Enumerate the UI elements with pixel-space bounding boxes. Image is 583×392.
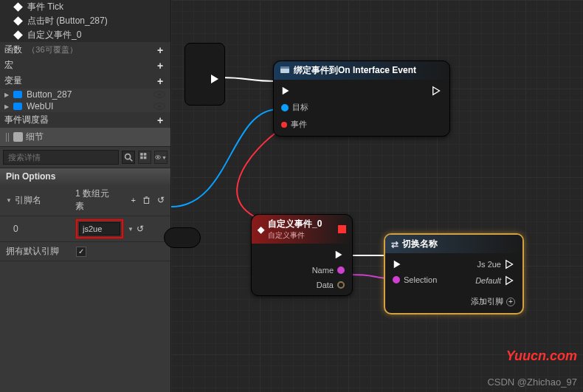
details-icon: [13, 132, 23, 142]
function-icon: [280, 64, 290, 77]
watermark-csdn: CSDN @Zhichao_97: [487, 376, 577, 388]
exec-out-pin[interactable]: [334, 250, 345, 260]
svg-point-3: [158, 105, 162, 109]
var-button287[interactable]: ▶ Button_287: [0, 89, 170, 100]
pin-name-row: ▼ 引脚名 1 数组元素 + ↺: [0, 185, 170, 216]
details-toolbar: ▼: [0, 147, 170, 168]
grip-icon: [6, 133, 10, 142]
node-header[interactable]: 绑定事件到On Interface Event: [274, 61, 449, 80]
event-pin[interactable]: 事件: [281, 119, 308, 130]
macros-header[interactable]: 宏 +: [0, 58, 170, 73]
variables-header[interactable]: 变量 +: [0, 73, 170, 89]
highlighted-input-box: [76, 219, 123, 238]
pin-value-row: 0 ▼ ↺: [0, 216, 170, 242]
add-variable-button[interactable]: +: [154, 75, 166, 87]
clear-button[interactable]: [141, 195, 151, 205]
visibility-icon[interactable]: [153, 101, 166, 111]
dispatchers-header[interactable]: 事件调度器 +: [0, 112, 170, 128]
search-input[interactable]: [3, 150, 119, 165]
exec-in-pin[interactable]: [393, 259, 437, 269]
wires: [171, 0, 583, 392]
bind-event-node[interactable]: 绑定事件到On Interface Event 目标 事件: [273, 61, 450, 137]
selection-pin[interactable]: Selection: [393, 275, 437, 284]
details-tab[interactable]: 细节: [0, 128, 170, 147]
exec-out-pin[interactable]: [432, 86, 442, 96]
var-webui[interactable]: ▶ WebUI: [0, 100, 170, 112]
add-dispatcher-button[interactable]: +: [154, 114, 166, 126]
case-js2ue-pin[interactable]: Js 2ue: [477, 259, 515, 269]
search-icon[interactable]: [122, 151, 135, 164]
has-default-checkbox[interactable]: ✓: [76, 247, 86, 257]
add-pin-button[interactable]: 添加引脚 +: [471, 292, 515, 307]
svg-rect-8: [140, 157, 143, 159]
data-out-pin[interactable]: Data: [317, 281, 345, 289]
eye-dropdown-icon[interactable]: ▼: [154, 151, 168, 164]
tree-item-custom-event[interactable]: 自定义事件_0: [0, 28, 170, 42]
visibility-icon[interactable]: [153, 89, 166, 100]
graph-canvas[interactable]: 绑定事件到On Interface Event 目标 事件: [171, 0, 583, 392]
pin-options-header[interactable]: Pin Options: [0, 168, 170, 185]
svg-rect-16: [280, 66, 289, 69]
tree-item-click[interactable]: 点击时 (Button_287): [0, 14, 170, 28]
switch-name-node[interactable]: ⇄ 切换名称 Selection Js 2ue Default: [384, 233, 524, 314]
switch-icon: ⇄: [391, 239, 399, 250]
var-type-icon: [13, 91, 22, 98]
tree-item-tick[interactable]: 事件 Tick: [0, 0, 170, 14]
node-header[interactable]: ⇄ 切换名称: [385, 235, 522, 253]
var-type-icon: [13, 103, 22, 110]
expand-icon[interactable]: ▼: [6, 197, 12, 204]
svg-rect-9: [144, 157, 147, 159]
name-out-pin[interactable]: Name: [312, 266, 345, 275]
node-header[interactable]: ◆ 自定义事件_0 自定义事件: [252, 215, 352, 244]
entry-node[interactable]: [184, 43, 225, 106]
svg-line-5: [130, 159, 133, 162]
svg-rect-12: [144, 198, 148, 203]
default-pin[interactable]: Default: [475, 275, 515, 286]
add-macro-button[interactable]: +: [154, 60, 166, 72]
custom-event-node[interactable]: ◆ 自定义事件_0 自定义事件 Name Data: [251, 214, 353, 296]
event-icon: ◆: [258, 224, 264, 235]
watermark-yuucn: Yuucn.com: [506, 348, 577, 364]
svg-point-11: [157, 157, 159, 158]
dropdown-icon[interactable]: ▼: [128, 226, 134, 233]
target-pin[interactable]: 目标: [281, 102, 308, 113]
has-default-row: 拥有默认引脚 ✓: [0, 242, 170, 261]
add-function-button[interactable]: +: [154, 44, 166, 56]
svg-rect-6: [140, 153, 143, 156]
functions-header[interactable]: 函数 （36可覆盖） +: [0, 42, 170, 58]
event-icon: [13, 30, 23, 40]
exec-in-pin[interactable]: [281, 86, 308, 96]
delegate-out-pin[interactable]: [338, 225, 346, 233]
svg-point-1: [158, 93, 162, 97]
event-icon: [13, 2, 23, 12]
pin-name-input[interactable]: [79, 222, 120, 235]
blueprint-tree: 事件 Tick 点击时 (Button_287) 自定义事件_0: [0, 0, 170, 42]
svg-rect-7: [144, 153, 147, 156]
left-panel: 事件 Tick 点击时 (Button_287) 自定义事件_0 函数 （36可…: [0, 0, 171, 392]
revert-icon[interactable]: ↺: [157, 195, 165, 205]
expand-icon[interactable]: ▶: [4, 92, 9, 98]
svg-point-4: [125, 154, 131, 159]
event-icon: [13, 16, 23, 26]
reroute-node[interactable]: [164, 227, 201, 248]
add-element-button[interactable]: +: [128, 195, 139, 205]
revert-icon[interactable]: ↺: [137, 224, 144, 234]
matrix-icon[interactable]: [138, 151, 151, 164]
exec-out-pin[interactable]: [210, 73, 221, 87]
expand-icon[interactable]: ▶: [4, 103, 9, 110]
